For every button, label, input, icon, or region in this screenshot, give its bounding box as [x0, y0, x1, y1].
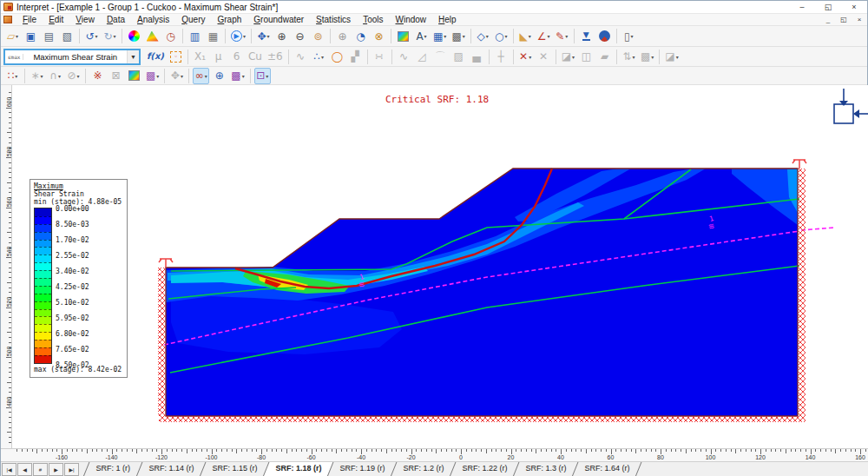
- stage-tab[interactable]: SRF: 1.64 (r): [571, 462, 641, 476]
- image-capture-button[interactable]: ▦: [205, 28, 221, 44]
- line-graph-button[interactable]: ∿: [396, 49, 412, 65]
- dropdown-caret-icon[interactable]: ▾: [95, 33, 98, 39]
- window-box-button[interactable]: ⊠: [108, 68, 124, 84]
- query-boundary-button[interactable]: ◦: [168, 49, 184, 65]
- tab-list-button[interactable]: #: [33, 463, 48, 476]
- stage-tab[interactable]: SRF: 1.14 (r): [135, 462, 205, 476]
- zoom-window-button[interactable]: ◔: [352, 28, 369, 44]
- add-vertex-button[interactable]: ⊕: [211, 68, 227, 84]
- menu-data[interactable]: Data: [101, 14, 131, 25]
- measure-triangle-button[interactable]: ◣▾: [517, 28, 534, 44]
- dropdown-caret-icon[interactable]: ▾: [15, 73, 17, 79]
- child-close-button[interactable]: ×: [852, 16, 867, 23]
- flow-vectors-button[interactable]: ⇅▾: [621, 49, 637, 65]
- dropdown-caret-icon[interactable]: ▾: [77, 73, 80, 79]
- menu-query[interactable]: Query: [175, 14, 211, 25]
- stage-tab[interactable]: SRF: 1.3 (r): [512, 462, 577, 476]
- strength-factor-button[interactable]: ✕▾: [517, 49, 534, 65]
- menu-file[interactable]: File: [16, 14, 43, 25]
- sigma-button[interactable]: 6: [228, 49, 245, 65]
- close-button[interactable]: ×: [841, 3, 867, 11]
- contour-range-button[interactable]: [395, 28, 411, 44]
- dropdown-caret-icon[interactable]: ▾: [156, 73, 159, 79]
- zoom-extents-button[interactable]: ✥▾: [255, 28, 272, 44]
- minimize-button[interactable]: –: [789, 3, 815, 11]
- dropdown-caret-icon[interactable]: ▾: [41, 73, 43, 79]
- zoom-pan-button[interactable]: ⊚: [310, 28, 326, 44]
- menu-tools[interactable]: Tools: [357, 14, 389, 25]
- water-table-button[interactable]: ▼: [578, 28, 595, 44]
- open-file-button[interactable]: ▱▾: [4, 28, 21, 44]
- stage-clock-button[interactable]: ◷: [162, 28, 179, 44]
- pan-hand-button[interactable]: ✥▾: [168, 68, 185, 84]
- area-copy-button[interactable]: ◫: [578, 49, 595, 65]
- dropdown-caret-icon[interactable]: ▾: [565, 33, 568, 39]
- query-points-button[interactable]: ∴▾: [311, 49, 327, 65]
- dropdown-caret-icon[interactable]: ▾: [486, 33, 489, 39]
- menu-groundwater[interactable]: Groundwater: [247, 14, 310, 25]
- model-view-canvas[interactable]: 1 ≋ 1 ≋ Critical SRF: 1.18: [1, 85, 868, 448]
- menu-help[interactable]: Help: [432, 14, 463, 25]
- scatter-bars-button[interactable]: ▞: [347, 49, 364, 65]
- data-type-combobox[interactable]: εmax Maximum Shear Strain ▼: [3, 49, 141, 65]
- stage-tab[interactable]: SRF: 1.19 (r): [326, 462, 396, 476]
- first-tab-button[interactable]: |◀: [2, 463, 16, 476]
- select-none-button[interactable]: ⊘▾: [65, 68, 82, 84]
- stage-tab[interactable]: SRF: 1.2 (r): [390, 462, 455, 476]
- bolt-pattern-button[interactable]: ▩▾: [229, 68, 246, 84]
- menu-edit[interactable]: Edit: [43, 14, 69, 25]
- dropdown-caret-icon[interactable]: ▾: [631, 33, 634, 39]
- dropdown-caret-icon[interactable]: ▾: [267, 33, 270, 39]
- contour-colors-button[interactable]: [126, 28, 142, 44]
- prev-tab-button[interactable]: ◀: [17, 463, 32, 476]
- area-fill-button[interactable]: ▰: [596, 49, 613, 65]
- add-text-button[interactable]: A▾: [413, 28, 430, 44]
- dropdown-caret-icon[interactable]: ▾: [676, 54, 679, 60]
- dropdown-caret-icon[interactable]: ▾: [321, 54, 324, 60]
- zoom-in-button[interactable]: ⊕: [273, 28, 290, 44]
- compute-play-button[interactable]: ▶▾: [229, 28, 247, 44]
- stage-tab[interactable]: SRF: 1.18 (r): [262, 462, 332, 476]
- select-polygon-button[interactable]: ∗▾: [29, 68, 45, 84]
- dropdown-caret-icon[interactable]: ▾: [529, 54, 531, 60]
- dropdown-caret-icon[interactable]: ▾: [181, 73, 183, 79]
- boxed-region-button[interactable]: ⊡▾: [254, 68, 271, 84]
- yield-zone-button[interactable]: ◯: [329, 49, 345, 65]
- dropdown-caret-icon[interactable]: ▾: [463, 33, 465, 39]
- dropdown-caret-icon[interactable]: ▾: [58, 73, 61, 79]
- zoom-selection-button[interactable]: ⊗: [371, 28, 387, 44]
- zoom-out-button[interactable]: ⊖: [292, 28, 308, 44]
- plusminus-button[interactable]: ±6: [266, 49, 285, 65]
- print-preview-button[interactable]: ▤: [41, 28, 57, 44]
- combobox-dropdown-icon[interactable]: ▼: [127, 50, 139, 63]
- contour-legend-button[interactable]: [144, 28, 161, 44]
- axes-button[interactable]: ┼: [493, 49, 510, 65]
- dropdown-caret-icon[interactable]: ▾: [16, 33, 18, 39]
- dropdown-caret-icon[interactable]: ▾: [651, 54, 654, 60]
- pick-values-button[interactable]: ∺: [372, 49, 388, 65]
- strength-clear-button[interactable]: ✕: [536, 49, 552, 65]
- restore-button[interactable]: ◱: [815, 3, 841, 11]
- stage-tab[interactable]: SRF: 1.22 (r): [449, 462, 518, 476]
- material-pattern-button[interactable]: ▩▾: [144, 68, 161, 84]
- dropdown-caret-icon[interactable]: ▾: [242, 73, 245, 79]
- draw-polyline-button[interactable]: ○▾: [493, 28, 510, 44]
- select-arch-button[interactable]: ∩▾: [47, 68, 63, 84]
- delete-drawing-button[interactable]: ▯▾: [621, 28, 637, 44]
- grid-options-button[interactable]: ▦▾: [431, 28, 448, 44]
- box-plot-button[interactable]: ▨: [450, 49, 467, 65]
- dropdown-caret-icon[interactable]: ▾: [205, 73, 207, 79]
- stage-tab[interactable]: SRF: 1 (r): [83, 462, 141, 476]
- joint-display-button[interactable]: ∞▾: [193, 68, 209, 84]
- select-window-button[interactable]: ∷▾: [4, 68, 21, 84]
- dropdown-caret-icon[interactable]: ▾: [504, 33, 507, 39]
- menu-statistics[interactable]: Statistics: [310, 14, 357, 25]
- graph-history-button[interactable]: ∿: [293, 49, 309, 65]
- menu-analysis[interactable]: Analysis: [131, 14, 175, 25]
- section-graph-button[interactable]: ◪▾: [663, 49, 680, 65]
- draw-polygon-button[interactable]: ◇▾: [475, 28, 491, 44]
- save-button[interactable]: ▣: [23, 28, 39, 44]
- next-tab-button[interactable]: ▶: [49, 463, 63, 476]
- dropdown-caret-icon[interactable]: ▾: [424, 33, 427, 39]
- pattern-overlay-button[interactable]: ▩▾: [639, 49, 655, 65]
